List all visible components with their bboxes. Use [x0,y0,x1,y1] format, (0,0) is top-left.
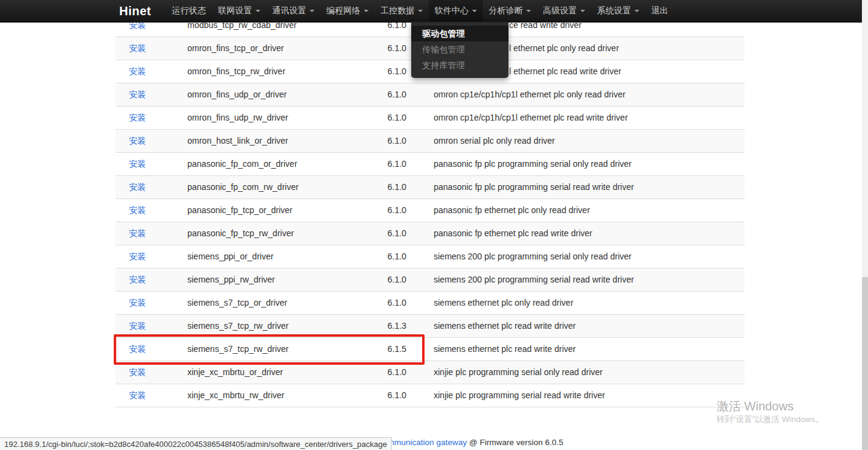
driver-name: panasonic_fp_com_rw_driver [187,176,299,199]
install-link[interactable]: 安装 [129,113,146,122]
driver-description: omron serial plc only read driver [434,130,555,152]
brand-logo[interactable]: Hinet [119,4,151,18]
nav-item-4[interactable]: 工控数据 [375,0,429,22]
driver-version: 6.1.3 [387,315,406,337]
install-cell: 安装 [129,338,146,360]
nav-item-8[interactable]: 系统设置 [591,0,645,22]
table-row: 安装siemens_s7_tcp_or_driver6.1.0siemens e… [116,292,745,315]
install-cell: 安装 [129,37,146,60]
driver-version: 6.1.5 [387,338,406,360]
watermark-subtitle: 转到“设置”以激活 Windows。 [717,413,824,426]
table-row: 安装siemens_s7_tcp_rw_driver6.1.5siemens e… [116,338,745,361]
status-url-text: 192.168.9.1/cgi-bin/luci/;stok=b2d8c420a… [4,440,387,449]
install-cell: 安装 [129,107,146,129]
chevron-down-icon [580,10,585,12]
install-cell: 安装 [129,222,146,245]
driver-description: xinjie plc programming serial read write… [434,384,605,407]
install-link[interactable]: 安装 [129,182,146,192]
table-row: 安装panasonic_fp_tcp_or_driver6.1.0panason… [116,199,745,222]
install-link[interactable]: 安装 [129,367,146,377]
driver-description: siemens ethernet plc read write driver [434,338,575,360]
install-link[interactable]: 安装 [129,321,146,331]
page-footer: mmunication gateway @ Firmware version 6… [387,438,563,447]
install-cell: 安装 [129,384,146,407]
install-cell: 安装 [129,245,146,268]
chevron-down-icon [364,10,369,12]
driver-version: 6.1.0 [387,37,406,60]
driver-description: panasonic fp plc programming serial read… [434,176,634,199]
install-link[interactable]: 安装 [129,66,146,76]
dropdown-item-0[interactable]: 驱动包管理 [411,26,509,41]
chevron-down-icon [526,10,531,12]
nav-item-5[interactable]: 软件中心 [429,0,483,22]
driver-version: 6.1.0 [387,269,406,291]
driver-description: siemens ethernet plc only read driver [434,292,574,314]
chevron-down-icon [418,10,423,12]
install-link[interactable]: 安装 [129,228,146,238]
install-cell: 安装 [129,361,146,384]
driver-version: 6.1.0 [387,153,406,175]
nav-item-6[interactable]: 分析诊断 [483,0,537,22]
driver-name: omron_fins_udp_rw_driver [187,107,288,129]
install-link[interactable]: 安装 [129,136,146,146]
nav-item-label: 分析诊断 [489,5,523,16]
dropdown-item-1[interactable]: 传输包管理 [411,41,509,57]
install-cell: 安装 [129,292,146,314]
install-link[interactable]: 安装 [129,90,146,99]
driver-description: siemens 200 plc programming serial only … [434,245,631,268]
driver-name: siemens_s7_tcp_or_driver [187,292,287,314]
driver-name: siemens_ppi_or_driver [187,245,274,268]
driver-description: siemens ethernet plc read write driver [434,315,575,337]
chevron-down-icon [472,10,477,12]
gateway-link[interactable]: mmunication gateway [387,438,467,447]
driver-description: panasonic fp ethernet plc read write dri… [434,222,592,245]
install-link[interactable]: 安装 [129,159,146,169]
driver-description: siemens 200 plc programming serial read … [434,269,634,291]
driver-version: 6.1.0 [387,83,406,106]
software-center-dropdown: 驱动包管理传输包管理支持库管理 [411,22,509,78]
driver-name: omron_fins_tcp_rw_driver [187,60,285,83]
watermark-title: 激活 Windows [717,399,824,413]
driver-name: panasonic_fp_tcp_rw_driver [187,222,294,245]
navbar-menu: 运行状态联网设置通讯设置编程网络工控数据软件中心分析诊断高级设置系统设置退出 [166,0,675,22]
nav-item-label: 联网设置 [218,5,252,16]
driver-name: omron_host_link_or_driver [187,130,288,152]
install-cell: 安装 [129,315,146,337]
install-link[interactable]: 安装 [129,275,146,284]
nav-item-2[interactable]: 通讯设置 [266,0,321,22]
nav-item-label: 通讯设置 [273,5,307,16]
table-row: 安装omron_fins_udp_rw_driver6.1.0omron cp1… [116,107,745,130]
windows-watermark: 激活 Windows 转到“设置”以激活 Windows。 [717,399,824,426]
nav-item-label: 软件中心 [435,5,469,16]
driver-version: 6.1.0 [387,361,406,384]
install-cell: 安装 [129,269,146,291]
install-link[interactable]: 安装 [129,251,146,261]
driver-name: panasonic_fp_tcp_or_driver [187,199,293,222]
nav-item-1[interactable]: 联网设置 [212,0,266,22]
driver-name: omron_fins_udp_or_driver [187,83,286,106]
install-link[interactable]: 安装 [129,344,146,354]
dropdown-item-2[interactable]: 支持库管理 [411,57,509,73]
chevron-down-icon [634,10,639,12]
vertical-scrollbar[interactable] [862,0,868,450]
install-cell: 安装 [129,60,146,83]
table-row: 安装panasonic_fp_com_rw_driver6.1.0panason… [116,176,745,199]
driver-description: panasonic fp ethernet plc only read driv… [434,199,590,222]
driver-name: xinje_xc_mbrtu_or_driver [187,361,283,384]
driver-description: omron cp1e/cp1h/cp1l ethernet plc only r… [434,83,625,106]
driver-version: 6.1.0 [387,199,406,222]
install-link[interactable]: 安装 [129,205,146,215]
nav-item-label: 退出 [651,5,668,16]
install-link[interactable]: 安装 [129,298,146,308]
nav-item-9[interactable]: 退出 [645,0,675,22]
scrollbar-thumb[interactable] [862,277,868,450]
install-link[interactable]: 安装 [129,43,146,53]
driver-version: 6.1.0 [387,176,406,199]
nav-item-7[interactable]: 高级设置 [537,0,591,22]
nav-item-0[interactable]: 运行状态 [166,0,212,22]
table-row: 安装xinje_xc_mbrtu_or_driver6.1.0xinjie pl… [116,361,745,384]
nav-item-3[interactable]: 编程网络 [321,0,375,22]
install-link[interactable]: 安装 [129,390,146,400]
driver-version: 6.1.0 [387,384,406,407]
driver-name: panasonic_fp_com_or_driver [187,153,297,175]
